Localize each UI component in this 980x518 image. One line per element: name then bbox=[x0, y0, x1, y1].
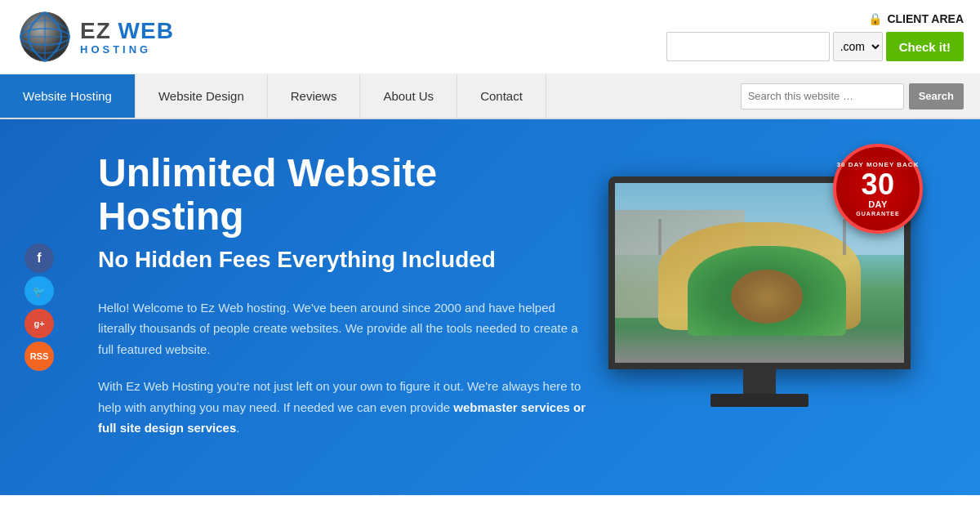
badge-bottom-text: GUARANTEE bbox=[856, 211, 899, 217]
nav-link-about-us[interactable]: About Us bbox=[360, 74, 457, 118]
lock-icon: 🔒 bbox=[868, 12, 882, 25]
social-sidebar: f 🐦 g+ RSS bbox=[24, 243, 54, 371]
domain-row: .com .net .org .info .biz Check it! bbox=[666, 32, 964, 61]
google-plus-icon[interactable]: g+ bbox=[24, 309, 54, 338]
nav-item-about-us[interactable]: About Us bbox=[360, 74, 457, 118]
hero-right: 30 DAY MONEY BACK 30 DAY GUARANTEE AERIA… bbox=[588, 152, 931, 462]
hero-title: Unlimited Website Hosting bbox=[98, 152, 588, 239]
nav-item-website-hosting[interactable]: Website Hosting bbox=[0, 74, 136, 118]
screen-tower2 bbox=[843, 219, 846, 255]
client-area-link[interactable]: 🔒 CLIENT AREA bbox=[868, 12, 964, 25]
nav-link-website-hosting[interactable]: Website Hosting bbox=[0, 74, 136, 118]
rss-icon[interactable]: RSS bbox=[24, 342, 54, 371]
badge-day-label: DAY bbox=[868, 199, 888, 209]
money-back-badge: 30 DAY MONEY BACK 30 DAY GUARANTEE bbox=[833, 144, 923, 234]
hero-body-2: With Ez Web Hosting you're not just left… bbox=[98, 376, 588, 439]
nav-link-contact[interactable]: Contact bbox=[457, 74, 546, 118]
hero-section: f 🐦 g+ RSS Unlimited Website Hosting No … bbox=[0, 119, 980, 495]
hero-content: Unlimited Website Hosting No Hidden Fees… bbox=[98, 152, 588, 462]
twitter-icon[interactable]: 🐦 bbox=[24, 276, 54, 306]
nav-links: Website Hosting Website Design Reviews A… bbox=[0, 74, 546, 118]
search-button[interactable]: Search bbox=[909, 83, 964, 109]
nav-item-website-design[interactable]: Website Design bbox=[136, 74, 268, 118]
header-right: 🔒 CLIENT AREA .com .net .org .info .biz … bbox=[666, 12, 964, 61]
client-area-label: CLIENT AREA bbox=[887, 12, 964, 25]
logo-text: EZ WEB HOSTING bbox=[80, 20, 174, 55]
check-button[interactable]: Check it! bbox=[886, 32, 964, 61]
monitor-stand-base bbox=[710, 394, 808, 407]
logo-hosting: HOSTING bbox=[80, 44, 174, 55]
hero-body-1: Hello! Welcome to Ez Web hosting. We've … bbox=[98, 297, 588, 360]
hero-subtitle: No Hidden Fees Everything Included bbox=[98, 247, 588, 273]
nav-item-reviews[interactable]: Reviews bbox=[268, 74, 361, 118]
badge-day-number: 30 bbox=[861, 170, 894, 199]
nav-item-contact[interactable]: Contact bbox=[457, 74, 546, 118]
domain-select[interactable]: .com .net .org .info .biz bbox=[833, 32, 883, 61]
facebook-icon[interactable]: f bbox=[24, 243, 54, 273]
nav-link-website-design[interactable]: Website Design bbox=[136, 74, 268, 118]
screen-infield bbox=[731, 270, 804, 324]
nav-link-reviews[interactable]: Reviews bbox=[268, 74, 361, 118]
logo-name: EZ WEB bbox=[80, 20, 174, 42]
domain-input[interactable] bbox=[666, 32, 830, 61]
monitor-stand-neck bbox=[743, 369, 776, 394]
nav: Website Hosting Website Design Reviews A… bbox=[0, 74, 980, 119]
logo-icon bbox=[16, 8, 74, 65]
hero-body2-suffix: . bbox=[236, 421, 239, 435]
nav-search: Search bbox=[724, 83, 980, 109]
header: EZ WEB HOSTING 🔒 CLIENT AREA .com .net .… bbox=[0, 0, 980, 74]
screen-tower1 bbox=[658, 219, 662, 255]
logo: EZ WEB HOSTING bbox=[16, 8, 174, 65]
search-input[interactable] bbox=[741, 83, 904, 109]
